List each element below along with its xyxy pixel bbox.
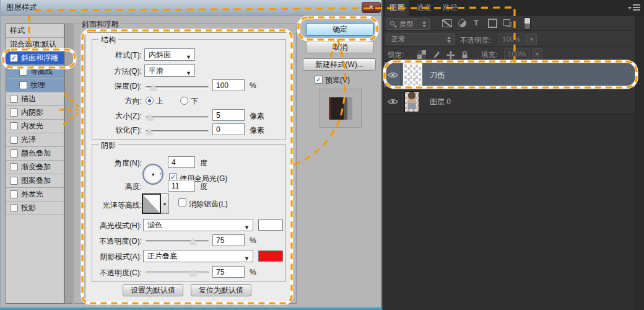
eye-icon[interactable] — [388, 98, 398, 105]
sidebar-item-pattern-overlay[interactable]: 图案叠加 — [6, 174, 64, 188]
checkbox[interactable] — [10, 204, 18, 212]
contour-thumbnail[interactable] — [142, 193, 161, 214]
filter-shape-layers-icon[interactable] — [489, 19, 497, 27]
sidebar-item-inner-shadow[interactable]: 内阴影 — [6, 106, 64, 120]
opacity-value[interactable]: 100% — [498, 33, 524, 45]
sidebar-item-contour[interactable]: 等高线 — [6, 65, 64, 79]
lock-all-icon[interactable] — [461, 50, 469, 59]
panel-scrollbar[interactable] — [635, 16, 644, 310]
highlight-opacity-input[interactable] — [212, 234, 245, 246]
depth-unit: % — [250, 81, 256, 90]
layer-thumbnail[interactable] — [404, 64, 421, 86]
lock-position-move-icon[interactable] — [446, 50, 456, 60]
sidebar-item-stroke[interactable]: 描边 — [6, 92, 64, 106]
size-input[interactable] — [212, 109, 245, 121]
layer-thumbnail[interactable] — [404, 91, 419, 112]
highlight-color-swatch[interactable] — [258, 219, 283, 231]
checkbox[interactable] — [19, 68, 27, 76]
panel-tabbar: 图层 通道 路径 — [384, 0, 644, 16]
direction-down-radio[interactable] — [180, 97, 188, 105]
up-down-arrows-icon — [422, 21, 426, 27]
layer-name[interactable]: 刀伤 — [430, 70, 445, 81]
visibility-cell[interactable] — [384, 89, 401, 114]
highlight-opacity-slider[interactable] — [146, 237, 209, 245]
sidebar-item-texture[interactable]: 纹理 — [6, 79, 64, 92]
checkbox[interactable] — [10, 122, 18, 130]
soften-input[interactable] — [212, 123, 245, 135]
sidebar-item-drop-shadow[interactable]: 投影 — [6, 202, 64, 215]
filter-kind-select[interactable]: 类型 — [386, 18, 430, 30]
sidebar-item-gradient-overlay[interactable]: 渐变叠加 — [6, 161, 64, 174]
checkbox[interactable] — [10, 108, 18, 117]
ok-button[interactable]: 确定 — [306, 23, 374, 36]
opacity-dropdown-arrow[interactable]: ▾ — [526, 33, 537, 45]
shadow-opacity-input[interactable] — [212, 266, 245, 278]
preview-shape — [329, 97, 352, 120]
lock-label: 锁定: — [388, 50, 404, 60]
direction-up-radio[interactable] — [146, 97, 154, 105]
sidebar-item-satin[interactable]: 光泽 — [6, 133, 64, 147]
depth-input[interactable] — [212, 79, 245, 91]
set-default-button[interactable]: 设置为默认值 — [123, 284, 183, 296]
angle-dial[interactable]: + — [142, 164, 163, 185]
fill-value[interactable]: 100% — [504, 48, 530, 60]
anti-alias-checkbox[interactable] — [178, 198, 186, 206]
sidebar-scrollbar[interactable] — [64, 24, 72, 304]
cancel-button[interactable]: 取消 — [306, 41, 374, 53]
angle-input[interactable] — [168, 156, 195, 168]
lock-pixels-brush-icon[interactable] — [432, 50, 441, 60]
preview-checkbox[interactable]: ✓ — [315, 76, 323, 84]
layer-name[interactable]: 图层 0 — [430, 97, 451, 107]
checkbox[interactable] — [10, 190, 18, 198]
altitude-label: 高度: — [92, 182, 142, 192]
tab-paths[interactable]: 路径 — [438, 0, 462, 16]
shadow-opacity-slider[interactable] — [146, 269, 209, 277]
filter-smart-objects-icon[interactable] — [503, 19, 510, 26]
checkbox[interactable] — [10, 149, 18, 157]
filter-toggle-switch[interactable] — [524, 17, 531, 30]
shadow-color-swatch[interactable] — [258, 250, 283, 262]
sidebar-item-color-overlay[interactable]: 颜色叠加 — [6, 147, 64, 161]
size-slider[interactable] — [146, 113, 209, 121]
dialog-titlebar[interactable]: 图层样式 — [1, 0, 381, 16]
checkbox[interactable] — [19, 81, 27, 89]
reset-default-button[interactable]: 复位为默认值 — [191, 284, 251, 296]
sidebar-item-blending-options[interactable]: 混合选项:默认 — [6, 38, 64, 51]
blend-mode-select[interactable]: 正常 — [386, 33, 455, 45]
tab-layers[interactable]: 图层 — [385, 0, 409, 16]
gloss-contour-picker[interactable]: ▾ — [142, 193, 169, 214]
altitude-input[interactable] — [168, 180, 195, 192]
chevron-down-icon: ▾ — [163, 202, 166, 207]
filter-type-layers-icon[interactable]: T — [474, 18, 479, 27]
filter-adjustment-layers-icon[interactable] — [458, 19, 466, 27]
tab-channels[interactable]: 通道 — [412, 0, 436, 16]
lock-transparency-icon[interactable] — [417, 50, 426, 59]
highlight-mode-select[interactable]: 滤色 ▼ — [143, 219, 253, 231]
contour-dropdown-arrow[interactable]: ▾ — [161, 193, 169, 214]
style-select[interactable]: 内斜面 ▼ — [144, 48, 195, 61]
checkbox[interactable] — [10, 95, 18, 103]
depth-slider[interactable] — [146, 84, 209, 91]
style-preview-thumbnail — [320, 89, 362, 128]
sidebar-item-outer-glow[interactable]: 外发光 — [6, 188, 64, 202]
fill-dropdown-arrow[interactable]: ▾ — [532, 48, 542, 60]
layer-row-layer0[interactable]: 图层 0 — [384, 89, 635, 115]
new-style-button[interactable]: 新建样式(W)... — [303, 58, 376, 71]
sidebar-item-bevel-emboss[interactable]: ✓ 斜面和浮雕 — [6, 51, 64, 65]
checkbox[interactable] — [10, 177, 18, 185]
shading-legend: 阴影 — [98, 140, 118, 151]
panel-menu-icon[interactable] — [629, 4, 640, 12]
sidebar-item-inner-glow[interactable]: 内发光 — [6, 120, 64, 133]
shadow-mode-select[interactable]: 正片叠底 ▼ — [143, 250, 253, 262]
technique-select[interactable]: 平滑 ▼ — [144, 64, 195, 77]
eye-icon[interactable] — [388, 71, 398, 79]
soften-unit: 像素 — [250, 125, 264, 136]
filter-pixel-layers-icon[interactable] — [442, 19, 452, 27]
layer-row-knife-wound[interactable]: 刀伤 — [384, 62, 635, 88]
visibility-cell[interactable] — [384, 62, 401, 87]
close-button[interactable]: × — [362, 2, 381, 13]
soften-slider[interactable] — [146, 128, 209, 135]
checkbox-checked[interactable]: ✓ — [10, 54, 18, 62]
checkbox[interactable] — [10, 163, 18, 171]
checkbox[interactable] — [10, 136, 18, 144]
